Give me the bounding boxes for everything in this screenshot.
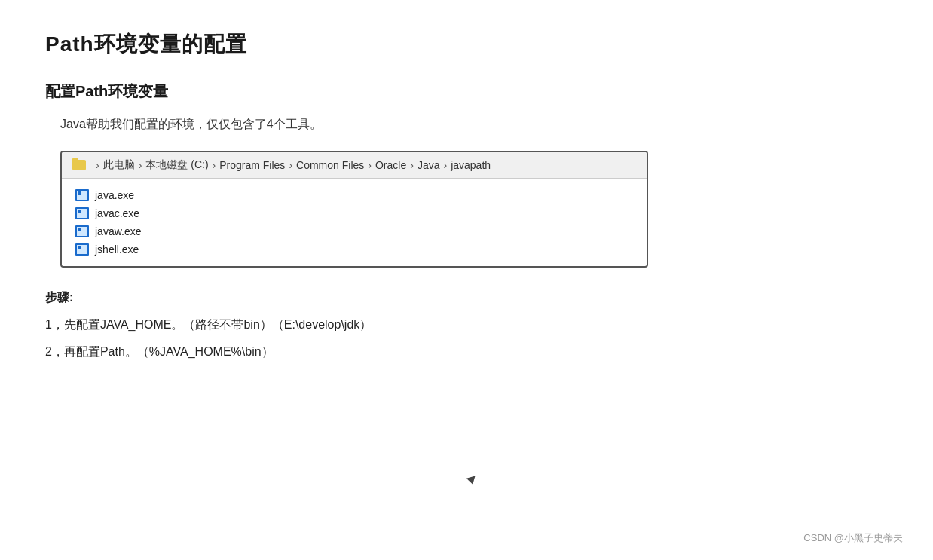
file-item-0[interactable]: java.exe: [74, 186, 635, 204]
breadcrumb-part-6[interactable]: javapath: [451, 159, 491, 171]
file-item-3[interactable]: jshell.exe: [74, 240, 635, 259]
file-icon-0: [75, 189, 89, 201]
section-title: 配置Path环境变量: [45, 81, 888, 102]
file-item-2[interactable]: javaw.exe: [74, 222, 635, 240]
breadcrumb-part-5[interactable]: Java: [418, 159, 440, 171]
mouse-cursor: [466, 476, 477, 486]
breadcrumb-sep-5: ›: [410, 159, 414, 171]
steps-section: 步骤: 1，先配置JAVA_HOME。（路径不带bin）（E:\develop\…: [45, 290, 888, 361]
file-item-1[interactable]: javac.exe: [74, 204, 635, 222]
file-icon-3: [75, 243, 89, 256]
file-name-3: jshell.exe: [95, 243, 139, 256]
file-icon-1: [75, 207, 89, 219]
breadcrumb-sep-4: ›: [368, 159, 372, 171]
breadcrumb-part-1[interactable]: 本地磁盘 (C:): [145, 158, 208, 172]
breadcrumb-part-2[interactable]: Program Files: [219, 159, 285, 171]
breadcrumb-part-4[interactable]: Oracle: [375, 159, 406, 171]
steps-label: 步骤:: [45, 290, 888, 306]
intro-text: Java帮助我们配置的环境，仅仅包含了4个工具。: [60, 117, 888, 133]
folder-icon: [72, 160, 86, 170]
breadcrumb-sep-0: ›: [96, 159, 99, 171]
breadcrumb-sep-6: ›: [443, 159, 447, 171]
step-2: 2，再配置Path。（%JAVA_HOME%\bin）: [45, 342, 888, 362]
file-list: java.exe javac.exe javaw.exe jshell.exe: [62, 179, 647, 266]
file-icon-2: [75, 225, 89, 237]
breadcrumb-sep-2: ›: [213, 159, 216, 171]
breadcrumb-part-0[interactable]: 此电脑: [103, 158, 135, 172]
file-name-2: javaw.exe: [95, 225, 141, 237]
file-name-0: java.exe: [95, 189, 134, 201]
file-name-1: javac.exe: [95, 207, 139, 219]
footer-credit: CSDN @小黑子史蒂夫: [803, 531, 903, 545]
file-explorer: › 此电脑 › 本地磁盘 (C:) › Program Files › Comm…: [60, 151, 648, 268]
step-1: 1，先配置JAVA_HOME。（路径不带bin）（E:\develop\jdk）: [45, 315, 888, 335]
page-title: Path环境变量的配置: [45, 30, 888, 59]
breadcrumb-part-3[interactable]: Common Files: [296, 159, 364, 171]
breadcrumb-sep-1: ›: [139, 159, 142, 171]
breadcrumb-sep-3: ›: [289, 159, 292, 171]
breadcrumb-bar: › 此电脑 › 本地磁盘 (C:) › Program Files › Comm…: [62, 152, 647, 179]
